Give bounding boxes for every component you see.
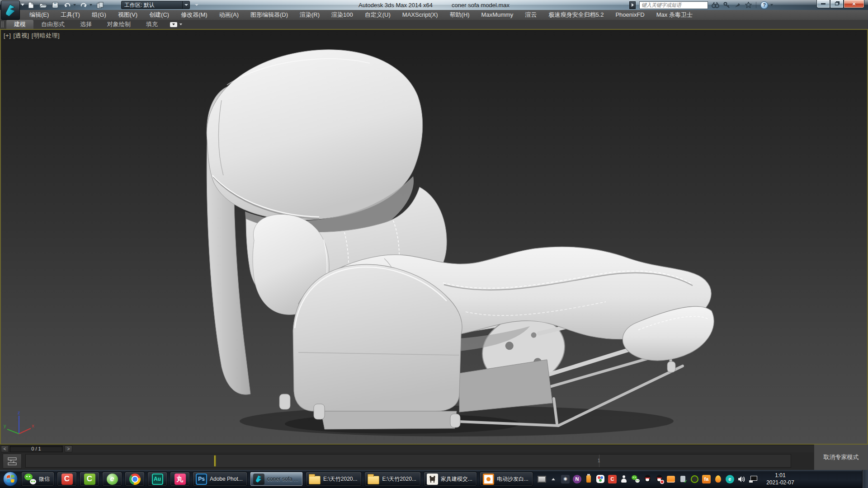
taskbar-wan-button[interactable]: 丸 [170, 472, 190, 486]
menu-maxscript[interactable]: MAXScript(X) [396, 10, 444, 20]
app-menu-caret-icon[interactable] [21, 4, 24, 6]
tray-antivirus-icon[interactable]: e [726, 475, 734, 483]
tray-flame-icon[interactable] [714, 475, 722, 483]
menu-graph-editors[interactable]: 图形编辑器(D) [245, 10, 294, 20]
taskbar-chrome-button[interactable] [125, 472, 145, 486]
menu-views[interactable]: 视图(V) [112, 10, 143, 20]
menu-maxmummy[interactable]: MaxMummy [476, 10, 519, 20]
menu-create[interactable]: 创建(C) [143, 10, 175, 20]
time-slider-marker[interactable] [214, 455, 216, 467]
taskbar-camtasia-recorder-button[interactable]: C [57, 472, 77, 486]
previous-frame-button[interactable]: < [1, 446, 9, 452]
tray-wangwang-icon[interactable] [667, 475, 675, 483]
menu-group[interactable]: 组(G) [86, 10, 112, 20]
taskbar-folder-a-button[interactable]: E:\天竹2020... [306, 472, 362, 486]
tab-object-paint[interactable]: 对象绘制 [99, 20, 138, 29]
menu-render100[interactable]: 渲染100 [326, 10, 359, 20]
track-bar[interactable]: 1 [25, 454, 791, 468]
menu-slim-archive[interactable]: 极速瘦身安全归档5.2 [542, 10, 609, 20]
taskbar-sofa-image-button[interactable]: 电动沙发白... [480, 472, 533, 486]
furniture-photo-icon [427, 474, 438, 485]
tray-reader-icon[interactable] [620, 475, 628, 483]
project-folder-button[interactable] [95, 1, 104, 9]
workspace-dropdown-caret-icon[interactable] [182, 1, 189, 9]
perspective-viewport[interactable]: [+] [透视] [明暗处理] [0, 30, 868, 445]
input-method-keyboard-icon[interactable] [538, 475, 546, 483]
infocenter-expand-arrow-icon[interactable] [629, 1, 636, 9]
undo-dropdown-caret-icon[interactable] [73, 4, 76, 6]
menu-edit[interactable]: 编辑(E) [24, 10, 55, 20]
menu-animation[interactable]: 动画(A) [213, 10, 245, 20]
next-frame-button[interactable]: > [65, 446, 72, 452]
tray-volume-icon[interactable] [737, 475, 746, 483]
menu-rendering[interactable]: 渲染(R) [294, 10, 326, 20]
redo-button[interactable] [79, 1, 88, 9]
taskbar-audition-button[interactable]: Au [147, 472, 167, 486]
tray-color-circles-icon[interactable] [596, 475, 605, 483]
clock-date: 2021-02-07 [761, 479, 799, 486]
search-input[interactable] [639, 1, 708, 9]
tray-network-icon[interactable] [749, 475, 758, 483]
menu-tools[interactable]: 工具(T) [55, 10, 86, 20]
close-button[interactable]: × [844, 0, 864, 8]
tray-image-viewer-icon[interactable]: fa [702, 475, 711, 483]
tray-camtasia-icon[interactable]: C [608, 475, 617, 483]
minimize-button[interactable] [816, 0, 830, 8]
menu-modifiers[interactable]: 修改器(M) [175, 10, 213, 20]
workspace-selector[interactable]: 工作区: 默认 [121, 1, 190, 9]
tab-modeling[interactable]: 建模 [6, 20, 33, 29]
communication-center-icon[interactable] [734, 2, 741, 8]
ribbon-drag-handle[interactable] [1, 21, 4, 28]
max-application-button[interactable] [1, 0, 20, 20]
taskbar-wechat-button[interactable]: 微信 [21, 472, 54, 486]
tab-populate[interactable]: 填充 [138, 20, 165, 29]
sofa-model[interactable] [149, 32, 737, 443]
menu-help[interactable]: 帮助(H) [444, 10, 476, 20]
taskbar-folder-b-button[interactable]: E:\天竹2020... [364, 472, 420, 486]
viewport-pov-menu[interactable]: [透视] [13, 32, 29, 39]
menu-customize[interactable]: 自定义(U) [359, 10, 396, 20]
tray-gpu-settings-icon[interactable] [690, 475, 699, 483]
tray-safely-remove-hardware-icon[interactable] [679, 475, 687, 483]
taskbar-photoshop-button[interactable]: Ps Adobe Phot... [193, 472, 247, 486]
search-binoculars-icon[interactable] [712, 2, 719, 8]
start-button[interactable] [2, 471, 19, 487]
taskbar-3dsmax-button[interactable]: coner sofa ... [250, 472, 303, 486]
tray-capture-tool-icon[interactable]: N [573, 475, 581, 483]
ribbon-minimize-control[interactable] [170, 22, 182, 27]
viewport-shading-menu[interactable]: [明暗处理] [32, 32, 60, 39]
tab-freeform[interactable]: 自由形式 [33, 20, 72, 29]
viewport-general-menu[interactable]: [+] [4, 32, 11, 39]
cancel-expert-mode-button[interactable]: 取消专家模式 [814, 445, 868, 470]
favorites-star-icon[interactable] [745, 2, 752, 8]
new-file-button[interactable] [26, 1, 35, 9]
tray-qq-icon[interactable] [643, 475, 652, 483]
tray-app-icon[interactable]: ✳ [561, 475, 570, 483]
taskbar-clock[interactable]: 1:01 2021-02-07 [761, 472, 799, 486]
show-desktop-button[interactable] [862, 470, 868, 488]
menu-antivirus[interactable]: Max 杀毒卫士 [651, 10, 698, 20]
tray-qq-offline-icon[interactable] [655, 475, 664, 483]
menu-renderyun[interactable]: 渲云 [519, 10, 542, 20]
current-frame-display[interactable]: 0 / 1 [9, 446, 63, 452]
desktop: Autodesk 3ds Max 2014 x64 coner sofa mod… [0, 0, 868, 488]
help-button[interactable]: ? [760, 1, 768, 9]
tray-usb-drive-icon[interactable] [585, 475, 593, 483]
menu-phoenixfd[interactable]: PhoenixFD [609, 10, 650, 20]
taskbar-furniture-image-button[interactable]: 家具建模交... [424, 472, 477, 486]
save-file-button[interactable] [51, 1, 60, 9]
undo-button[interactable] [63, 1, 72, 9]
tray-wechat-icon[interactable] [632, 475, 640, 483]
photoshop-icon: Ps [196, 474, 207, 485]
taskbar-camtasia-studio-button[interactable]: C [80, 472, 99, 486]
taskbar-browser-button[interactable]: e [102, 472, 122, 486]
redo-dropdown-caret-icon[interactable] [90, 4, 92, 6]
mini-curve-editor-button[interactable] [3, 454, 22, 469]
help-dropdown-caret-icon[interactable] [770, 4, 773, 6]
tab-selection[interactable]: 选择 [72, 20, 99, 29]
qat-customize-flyout[interactable] [193, 1, 201, 9]
open-file-button[interactable] [38, 1, 47, 9]
sign-in-key-icon[interactable] [723, 2, 730, 8]
show-hidden-icons-button[interactable] [549, 475, 558, 483]
restore-button[interactable] [830, 0, 844, 8]
